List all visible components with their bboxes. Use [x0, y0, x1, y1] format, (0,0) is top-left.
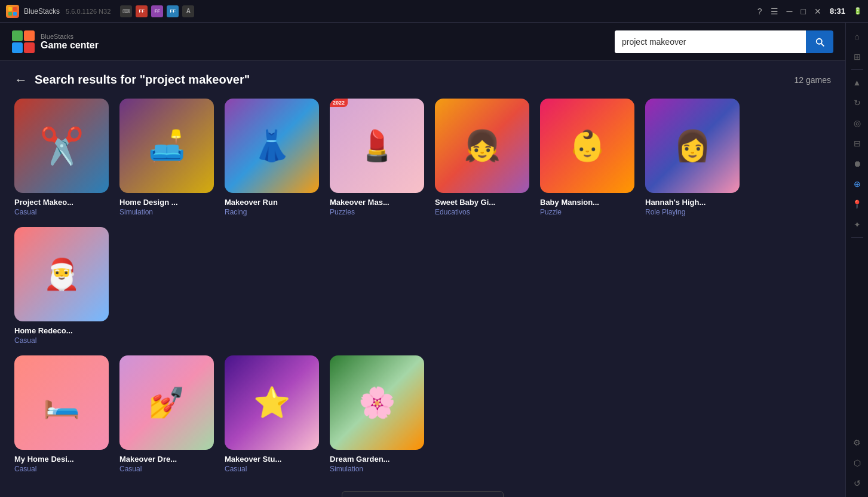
ff-icon-1[interactable]: FF — [136, 5, 148, 17]
app-version: 5.6.0.1126 N32 — [66, 8, 111, 15]
game-thumbnail-12: 🌸 — [330, 355, 424, 450]
app-logo — [6, 5, 19, 18]
rail-icon-record[interactable]: ⏺ — [848, 155, 866, 173]
game-card-10[interactable]: 💅 Makeover Dre... Casual — [119, 355, 214, 473]
game-name-7: Hannah's High... — [645, 198, 740, 207]
badge-2022: 2022 — [330, 99, 348, 107]
svg-rect-2 — [8, 12, 12, 16]
rail-icon-settings[interactable]: ⚙ — [848, 434, 866, 452]
game-name-11: Makeover Stu... — [225, 455, 319, 464]
game-name-8: Home Redeco... — [14, 326, 109, 335]
minimize-icon[interactable]: ─ — [787, 7, 793, 16]
game-card-5[interactable]: 👧 Sweet Baby Gi... Educativos — [435, 99, 529, 216]
game-card-4[interactable]: 💄 2022 Makeover Mas... Puzzles — [330, 99, 424, 216]
svg-rect-3 — [13, 12, 17, 16]
app-name: BlueStacks — [24, 7, 60, 16]
a-icon[interactable]: A — [182, 5, 194, 17]
rail-icon-expand[interactable]: ⬡ — [848, 454, 866, 472]
menu-icon[interactable]: ☰ — [771, 7, 778, 16]
rail-icon-up[interactable]: ▲ — [848, 73, 866, 91]
game-genre-5: Educativos — [435, 208, 529, 216]
logo-row-bottom — [12, 42, 35, 53]
game-name-6: Baby Mansion... — [540, 198, 634, 207]
back-button[interactable]: ← — [14, 73, 27, 87]
results-count: 12 games — [795, 75, 831, 85]
title-query: "project makeover" — [140, 73, 250, 86]
search-box — [615, 30, 806, 53]
top-bar-right: ? ☰ ─ □ ✕ 8:31 🔋 — [757, 7, 862, 16]
google-play-button[interactable]: Search in Google Play — [342, 491, 504, 497]
title-prefix: Search results for — [35, 73, 140, 86]
game-card-12[interactable]: 🌸 Dream Garden... Simulation — [330, 355, 424, 473]
rail-icon-grid2[interactable]: ⊟ — [848, 134, 866, 152]
game-name-1: Project Makeo... — [14, 198, 109, 207]
game-genre-1: Casual — [14, 208, 109, 216]
game-thumbnail-9: 🛏️ — [14, 355, 109, 450]
logo-orange — [24, 30, 35, 41]
rail-divider-2 — [851, 237, 863, 238]
logo-blue — [12, 42, 23, 53]
game-card-6[interactable]: 👶 Baby Mansion... Puzzle — [540, 99, 634, 216]
rail-icon-grid[interactable]: ⊞ — [848, 48, 866, 66]
game-card-11[interactable]: ⭐ Makeover Stu... Casual — [225, 355, 319, 473]
content-area: ← Search results for "project makeover" … — [0, 61, 845, 497]
maximize-icon[interactable]: □ — [801, 7, 806, 16]
brand: BlueStacks Game center — [41, 33, 99, 51]
side-rail: ⌂ ⊞ ▲ ↻ ◎ ⊟ ⏺ ⊕ 📍 ✦ ⚙ ⬡ ↺ — [845, 23, 868, 497]
game-genre-7: Role Playing — [645, 208, 740, 216]
search-section — [615, 30, 833, 53]
game-card-8[interactable]: 🎅 Home Redeco... Casual — [14, 227, 109, 345]
svg-rect-0 — [8, 7, 12, 11]
rail-icon-target[interactable]: ◎ — [848, 114, 866, 132]
game-thumbnail-6: 👶 — [540, 99, 634, 193]
logo-section: BlueStacks Game center — [12, 30, 99, 53]
game-card-7[interactable]: 👩 Hannah's High... Role Playing — [645, 99, 740, 216]
rail-icon-loc[interactable]: 📍 — [848, 195, 866, 213]
logo-icons — [12, 30, 35, 53]
logo-green — [12, 30, 23, 41]
game-thumbnail-5: 👧 — [435, 99, 529, 193]
game-thumbnail-10: 💅 — [119, 355, 214, 450]
rail-bottom: ⚙ ⬡ ↺ — [848, 434, 866, 492]
logo-row-top — [12, 30, 35, 41]
toolbar-icons: ⌨ FF FF FF A — [120, 5, 194, 17]
rail-icon-star[interactable]: ✦ — [848, 216, 866, 234]
rail-icon-home[interactable]: ⌂ — [848, 27, 866, 45]
brand-title: Game center — [41, 40, 99, 51]
game-card-1[interactable]: ✂️ Project Makeo... Casual — [14, 99, 109, 216]
page-title: Search results for "project makeover" — [35, 73, 250, 87]
game-name-5: Sweet Baby Gi... — [435, 198, 529, 207]
game-thumbnail-8: 🎅 — [14, 227, 109, 321]
game-genre-2: Simulation — [119, 208, 214, 216]
game-name-10: Makeover Dre... — [119, 455, 214, 464]
clock: 8:31 — [830, 7, 845, 16]
games-grid-row2: 🛏️ My Home Desi... Casual 💅 Makeover Dre… — [14, 355, 831, 473]
game-genre-10: Casual — [119, 465, 214, 473]
rail-icon-rotate[interactable]: ↺ — [848, 474, 866, 492]
game-genre-3: Racing — [225, 208, 319, 216]
rail-icon-search[interactable]: ⊕ — [848, 175, 866, 193]
game-genre-9: Casual — [14, 465, 109, 473]
help-icon[interactable]: ? — [757, 7, 762, 16]
close-icon[interactable]: ✕ — [814, 7, 821, 16]
search-input[interactable] — [615, 30, 806, 53]
game-name-4: Makeover Mas... — [330, 198, 424, 207]
game-genre-8: Casual — [14, 336, 109, 345]
brand-name: BlueStacks — [41, 33, 99, 40]
main-content: BlueStacks Game center ← Search results … — [0, 23, 845, 497]
game-thumbnail-1: ✂️ — [14, 99, 109, 193]
rail-divider-1 — [851, 69, 863, 70]
game-name-9: My Home Desi... — [14, 455, 109, 464]
ff-icon-2[interactable]: FF — [151, 5, 163, 17]
ff-icon-3[interactable]: FF — [167, 5, 179, 17]
logo-red — [24, 42, 35, 53]
page-header: ← Search results for "project makeover" … — [14, 73, 831, 87]
game-card-9[interactable]: 🛏️ My Home Desi... Casual — [14, 355, 109, 473]
game-card-2[interactable]: 🛋️ Home Design ... Simulation — [119, 99, 214, 216]
game-card-3[interactable]: 👗 Makeover Run Racing — [225, 99, 319, 216]
rail-icon-refresh[interactable]: ↻ — [848, 94, 866, 112]
search-button[interactable] — [806, 30, 833, 53]
keyboard-icon[interactable]: ⌨ — [120, 5, 132, 17]
game-name-2: Home Design ... — [119, 198, 214, 207]
game-thumbnail-2: 🛋️ — [119, 99, 214, 193]
